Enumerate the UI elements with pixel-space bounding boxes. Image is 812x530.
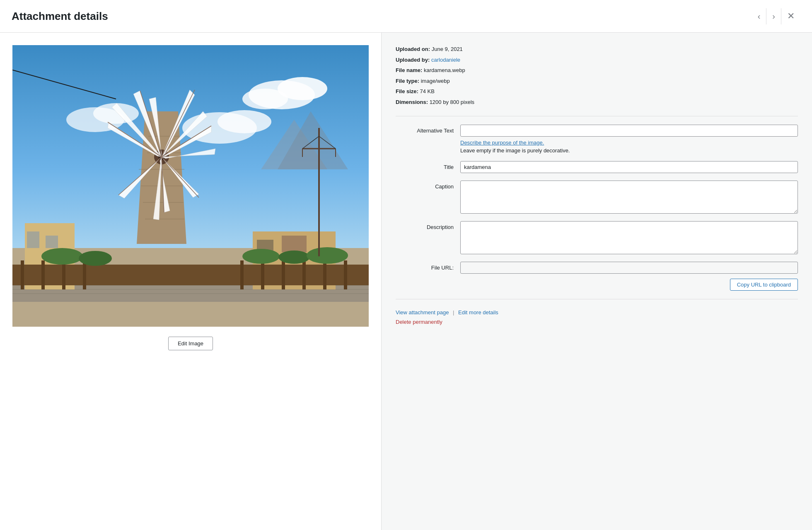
svg-rect-20 [12,265,369,285]
copy-url-button[interactable]: Copy URL to clipboard [730,279,798,291]
header-navigation: ‹ › ✕ [752,7,800,25]
svg-rect-26 [261,260,264,289]
svg-rect-28 [302,260,306,289]
dimensions-row: Dimensions: 1200 by 800 pixels [396,98,798,106]
svg-rect-21 [21,260,24,289]
file-name-label: File name: [396,67,422,73]
alt-text-help-link[interactable]: Describe the purpose of the image. [460,140,544,146]
view-attachment-link[interactable]: View attachment page [396,309,449,316]
caption-textarea[interactable] [460,181,798,214]
close-button[interactable]: ✕ [781,7,800,25]
caption-row: Caption [396,181,798,214]
alt-text-label: Alternative Text [396,125,454,135]
edit-more-details-link[interactable]: Edit more details [458,309,498,316]
description-label: Description [396,221,454,231]
svg-rect-16 [46,236,58,248]
title-input[interactable] [460,161,798,173]
alt-text-help-text: Leave empty if the image is purely decor… [460,147,798,154]
svg-point-7 [218,110,271,133]
divider [396,116,798,116]
uploaded-on-label: Uploaded on: [396,46,430,52]
caption-label: Caption [396,181,454,190]
svg-rect-19 [282,236,307,252]
chevron-left-icon: ‹ [758,12,761,21]
file-type-row: File type: image/webp [396,77,798,85]
uploaded-by-label: Uploaded by: [396,57,430,63]
footer-divider [396,299,798,299]
svg-rect-23 [62,260,65,289]
file-type-label: File type: [396,78,419,84]
svg-rect-29 [323,260,326,289]
separator-1: | [453,309,454,316]
modal-body: Edit Image Uploaded on: June 9, 2021 Upl… [0,33,812,530]
dimensions-value: 1200 by 800 pixels [430,99,474,105]
svg-rect-25 [240,260,244,289]
title-control-wrap [460,161,798,173]
file-metadata: Uploaded on: June 9, 2021 Uploaded by: c… [396,45,798,106]
alt-text-row: Alternative Text Describe the purpose of… [396,125,798,154]
form-section: Alternative Text Describe the purpose of… [396,125,798,291]
svg-rect-22 [41,260,45,289]
uploaded-by-link[interactable]: carlodaniele [431,57,460,63]
svg-point-63 [307,247,348,264]
file-url-row: File URL: Copy URL to clipboard [396,262,798,291]
chevron-right-icon: › [772,12,775,21]
image-preview [12,45,369,327]
footer-links: View attachment page | Edit more details… [396,309,798,325]
title-row: Title [396,161,798,173]
uploaded-by-row: Uploaded by: carlodaniele [396,56,798,64]
edit-image-button[interactable]: Edit Image [168,337,213,350]
description-textarea[interactable] [460,221,798,254]
alt-text-input[interactable] [460,125,798,137]
title-label: Title [396,161,454,171]
delete-permanently-link[interactable]: Delete permanently [396,319,442,325]
svg-point-59 [41,248,83,265]
svg-point-60 [79,251,112,266]
file-size-value: 74 KB [420,88,435,94]
close-icon: ✕ [787,11,795,22]
uploaded-on-value: June 9, 2021 [432,46,463,52]
file-url-input[interactable] [460,262,798,274]
file-url-label: File URL: [396,262,454,272]
svg-rect-27 [282,260,285,289]
modal-title: Attachment details [12,10,108,23]
file-name-value: kardamena.webp [424,67,465,73]
file-type-value: image/webp [421,78,450,84]
dimensions-label: Dimensions: [396,99,428,105]
description-row: Description [396,221,798,254]
uploaded-on-row: Uploaded on: June 9, 2021 [396,45,798,53]
image-panel: Edit Image [0,33,381,530]
svg-rect-15 [27,231,39,248]
svg-point-61 [242,249,280,264]
file-size-label: File size: [396,88,418,94]
details-panel: Uploaded on: June 9, 2021 Uploaded by: c… [381,33,812,530]
file-name-row: File name: kardamena.webp [396,66,798,75]
svg-point-62 [278,251,310,264]
svg-rect-30 [344,260,347,289]
modal-header: Attachment details ‹ › ✕ [0,0,812,33]
alt-text-control-wrap: Describe the purpose of the image. Leave… [460,125,798,154]
next-button[interactable]: › [766,8,781,24]
file-size-row: File size: 74 KB [396,87,798,96]
delete-link-row: Delete permanently [396,319,798,325]
file-url-control-wrap: Copy URL to clipboard [460,262,798,291]
svg-rect-24 [83,260,86,289]
description-control-wrap [460,221,798,254]
alt-text-help: Describe the purpose of the image. Leave… [460,139,798,154]
svg-point-3 [242,89,288,109]
caption-control-wrap [460,181,798,214]
prev-button[interactable]: ‹ [752,8,767,24]
attachment-details-modal: Attachment details ‹ › ✕ [0,0,812,530]
